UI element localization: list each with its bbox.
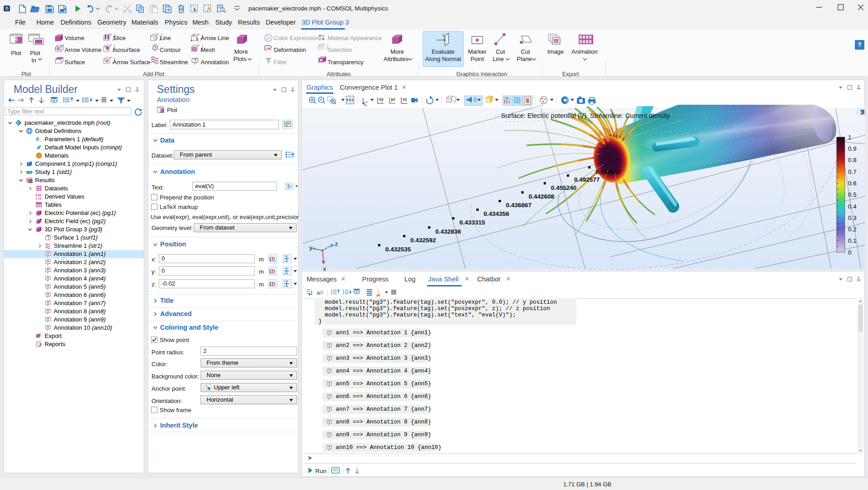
svg-text:0.436867: 0.436867 [506, 202, 531, 209]
svg-text:0: 0 [848, 249, 852, 256]
svg-text:z: z [335, 240, 338, 247]
svg-text:0.3: 0.3 [848, 214, 857, 221]
svg-text:0.6: 0.6 [848, 180, 857, 187]
svg-text:Surface: Electric potential (V: Surface: Electric potential (V) Streamli… [501, 112, 670, 119]
svg-text:i: i [40, 139, 40, 143]
svg-text:Run: Run [315, 468, 327, 475]
svg-text:xy: xy [379, 97, 384, 102]
svg-text:0.492577: 0.492577 [574, 176, 600, 183]
svg-text:0.9: 0.9 [848, 145, 857, 152]
svg-text:0.442608: 0.442608 [529, 193, 555, 200]
svg-text:0.433315: 0.433315 [459, 219, 485, 226]
svg-text:xz: xz [403, 97, 407, 102]
svg-text:0.434356: 0.434356 [484, 210, 510, 217]
svg-text:0.455240: 0.455240 [551, 184, 576, 191]
svg-text:1: 1 [848, 134, 852, 141]
svg-text:e-12: e-12 [35, 197, 41, 200]
svg-text:0.4: 0.4 [848, 203, 857, 210]
svg-text:0.7: 0.7 [848, 168, 857, 175]
svg-text:y: y [309, 244, 313, 251]
svg-text:0.2: 0.2 [848, 226, 857, 233]
svg-text:0.1: 0.1 [848, 237, 857, 244]
svg-text:0.5: 0.5 [848, 191, 857, 198]
svg-text:yz: yz [391, 97, 395, 102]
svg-text:0.8: 0.8 [848, 157, 857, 163]
svg-text:8.85: 8.85 [35, 194, 41, 197]
svg-text:0.644517: 0.644517 [595, 168, 621, 175]
svg-text:P: P [36, 136, 39, 143]
svg-text:a=: a= [317, 289, 323, 296]
svg-text:0.432535: 0.432535 [385, 246, 411, 253]
svg-text:0.432592: 0.432592 [410, 237, 436, 244]
svg-text:0.432836: 0.432836 [435, 228, 461, 235]
